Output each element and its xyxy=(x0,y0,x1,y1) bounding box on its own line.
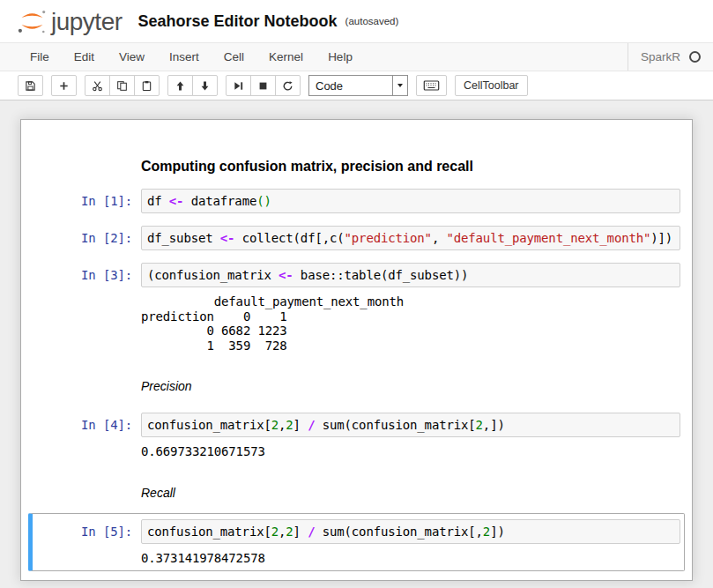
markdown-text: Recall xyxy=(141,486,175,500)
run-cell-button[interactable] xyxy=(226,75,251,96)
code-editor[interactable]: confusion_matrix[2,2] / sum(confusion_ma… xyxy=(141,519,680,544)
menu-edit[interactable]: Edit xyxy=(62,43,107,71)
restart-kernel-button[interactable] xyxy=(275,75,301,96)
toolbar-groups xyxy=(18,75,301,96)
cut-cells-button[interactable] xyxy=(85,75,110,96)
code-cell[interactable]: In [4]:confusion_matrix[2,2] / sum(confu… xyxy=(28,406,685,465)
markdown-prompt-spacer xyxy=(33,486,141,490)
code-cell[interactable]: In [3]:(confusion_matrix <- base::table(… xyxy=(28,257,685,359)
cell-type-value: Code xyxy=(309,76,392,95)
celltoolbar-button[interactable]: CellToolbar xyxy=(455,75,528,96)
input-prompt: In [4]: xyxy=(33,413,141,433)
menu-insert[interactable]: Insert xyxy=(157,43,212,71)
markdown-prompt-spacer xyxy=(33,158,141,162)
header: jupyter Seahorse Editor Notebook (autosa… xyxy=(0,0,713,42)
notebook-container: Computing confusion matrix, precision an… xyxy=(20,119,693,581)
notebook-cells: Computing confusion matrix, precision an… xyxy=(28,127,685,571)
dropdown-button[interactable] xyxy=(392,76,407,95)
menu-kernel[interactable]: Kernel xyxy=(256,43,316,71)
toolbar-group xyxy=(51,75,77,96)
move-cell-down-button[interactable] xyxy=(192,75,218,96)
autosave-status: (autosaved) xyxy=(345,16,399,26)
move-cell-up-button[interactable] xyxy=(167,75,193,96)
jupyter-logo-text: jupyter xyxy=(51,9,123,35)
menu-help[interactable]: Help xyxy=(316,43,365,71)
keyboard-icon xyxy=(423,80,440,91)
add-cell-button[interactable] xyxy=(51,75,77,96)
markdown-text: Precision xyxy=(141,379,192,393)
menu-cell[interactable]: Cell xyxy=(212,43,256,71)
markdown-cell[interactable]: Precision xyxy=(28,359,685,406)
toolbar-group xyxy=(167,75,218,96)
notebook-heading: Computing confusion matrix, precision an… xyxy=(141,158,473,175)
notebook-title[interactable]: Seahorse Editor Notebook xyxy=(138,12,338,31)
markdown-prompt-spacer xyxy=(33,379,141,383)
input-prompt: In [1]: xyxy=(33,189,141,209)
command-palette-button[interactable] xyxy=(416,75,447,96)
copy-cells-button[interactable] xyxy=(109,75,135,96)
input-prompt: In [5]: xyxy=(33,519,141,540)
paste-cells-button[interactable] xyxy=(134,75,160,96)
add-cell-icon xyxy=(58,80,70,92)
save-icon xyxy=(25,80,36,92)
output-prompt xyxy=(33,294,141,299)
move-cell-up-icon xyxy=(175,80,186,92)
notebook-background: Computing confusion matrix, precision an… xyxy=(0,100,713,588)
code-cell[interactable]: In [2]:df_subset <- collect(df[,c("predi… xyxy=(28,220,685,257)
input-prompt: In [2]: xyxy=(33,226,141,246)
menu-view[interactable]: View xyxy=(107,43,157,71)
jupyter-logo[interactable]: jupyter xyxy=(16,7,123,35)
interrupt-kernel-button[interactable] xyxy=(250,75,276,96)
jupyter-logo-icon xyxy=(16,7,48,35)
copy-cells-icon xyxy=(116,80,128,92)
input-prompt: In [3]: xyxy=(33,263,141,283)
interrupt-kernel-icon xyxy=(257,80,269,92)
chevron-down-icon xyxy=(397,84,403,87)
code-editor[interactable]: confusion_matrix[2,2] / sum(confusion_ma… xyxy=(141,413,680,437)
paste-cells-icon xyxy=(141,80,152,92)
kernel-name: SparkR xyxy=(641,50,680,63)
menu-bar: FileEditViewInsertCellKernelHelp SparkR xyxy=(0,42,713,71)
toolbar-group xyxy=(85,75,160,96)
restart-kernel-icon xyxy=(282,80,293,92)
output-prompt xyxy=(33,551,141,555)
heading-cell[interactable]: Computing confusion matrix, precision an… xyxy=(28,127,685,182)
output-text: 0.373141978472578 xyxy=(141,551,265,566)
run-cell-icon xyxy=(233,80,244,92)
toolbar-group xyxy=(18,75,43,96)
kernel-idle-icon xyxy=(689,51,701,63)
menu-file[interactable]: File xyxy=(18,43,62,71)
output-text: 0.669733210671573 xyxy=(141,444,265,459)
output-text: default_payment_next_month prediction 0 … xyxy=(141,294,404,353)
markdown-cell[interactable]: Recall xyxy=(28,465,685,513)
save-button[interactable] xyxy=(18,75,43,96)
code-cell[interactable]: In [1]:df <- dataframe() xyxy=(28,182,685,220)
output-prompt xyxy=(33,444,141,449)
move-cell-down-icon xyxy=(199,80,211,92)
code-editor[interactable]: df <- dataframe() xyxy=(141,189,680,213)
toolbar-group xyxy=(226,75,301,96)
kernel-area: SparkR xyxy=(628,43,701,71)
menu-items: FileEditViewInsertCellKernelHelp xyxy=(18,43,365,71)
cut-cells-icon xyxy=(92,80,103,92)
code-editor[interactable]: df_subset <- collect(df[,c("prediction",… xyxy=(141,226,680,250)
cell-type-dropdown[interactable]: Code xyxy=(308,75,408,96)
toolbar: Code CellToolbar xyxy=(0,71,713,100)
code-editor[interactable]: (confusion_matrix <- base::table(df_subs… xyxy=(141,263,680,287)
code-cell[interactable]: In [5]:confusion_matrix[2,2] / sum(confu… xyxy=(28,513,685,572)
